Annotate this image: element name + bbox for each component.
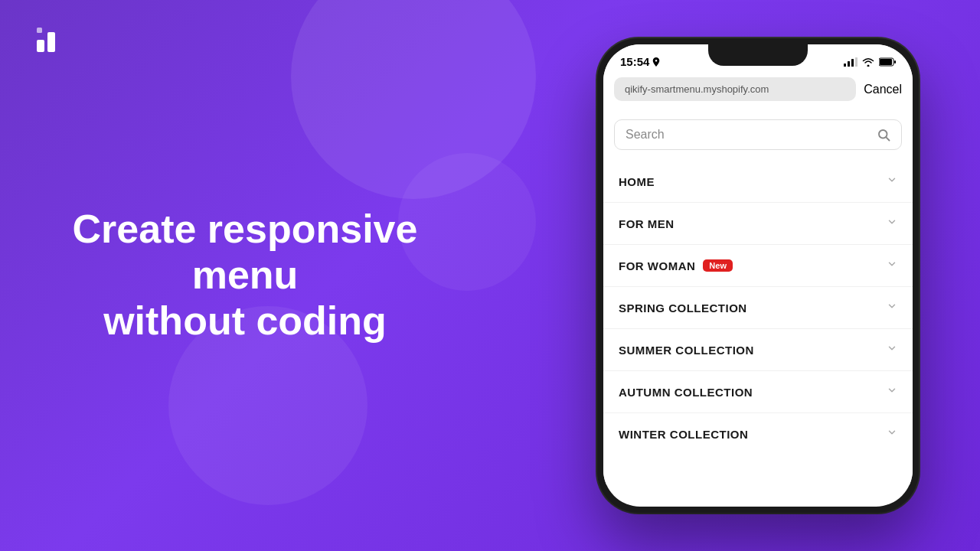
phone-mockup: 15:54 bbox=[597, 38, 919, 513]
svg-rect-0 bbox=[37, 40, 44, 52]
status-time: 15:54 bbox=[620, 55, 660, 68]
menu-item-left: WINTER COLLECTION bbox=[619, 428, 748, 441]
location-icon bbox=[652, 57, 660, 67]
url-bar[interactable]: qikify-smartmenu.myshopify.com bbox=[614, 77, 856, 101]
svg-rect-9 bbox=[894, 60, 896, 64]
menu-item-label: SPRING COLLECTION bbox=[619, 302, 747, 315]
phone-notch bbox=[708, 44, 808, 66]
svg-rect-2 bbox=[37, 28, 42, 33]
chevron-down-icon bbox=[887, 217, 897, 230]
menu-item-label: AUTUMN COLLECTION bbox=[619, 386, 753, 399]
wifi-icon bbox=[862, 57, 874, 67]
chevron-down-icon bbox=[887, 343, 897, 357]
search-bar[interactable]: Search bbox=[614, 119, 902, 150]
browser-bar: qikify-smartmenu.myshopify.com Cancel bbox=[603, 71, 913, 107]
new-badge: New bbox=[703, 259, 733, 272]
menu-item-label: WINTER COLLECTION bbox=[619, 428, 748, 441]
search-placeholder: Search bbox=[626, 128, 871, 142]
menu-item-left: AUTUMN COLLECTION bbox=[619, 386, 753, 399]
logo bbox=[34, 24, 64, 55]
menu-item-label: FOR WOMAN bbox=[619, 259, 695, 272]
menu-item[interactable]: SUMMER COLLECTION bbox=[603, 329, 913, 371]
phone-screen: 15:54 bbox=[603, 44, 913, 507]
svg-rect-5 bbox=[851, 59, 854, 67]
phone-frame: 15:54 bbox=[597, 38, 919, 513]
logo-icon bbox=[34, 24, 64, 55]
cancel-button[interactable]: Cancel bbox=[864, 83, 902, 96]
chevron-down-icon bbox=[887, 427, 897, 441]
menu-item[interactable]: SPRING COLLECTION bbox=[603, 287, 913, 329]
menu-item[interactable]: FOR MEN bbox=[603, 203, 913, 245]
svg-rect-6 bbox=[855, 57, 858, 67]
menu-item[interactable]: FOR WOMANNew bbox=[603, 245, 913, 287]
menu-item-left: FOR WOMANNew bbox=[619, 259, 733, 272]
menu-items-list: HOMEFOR MENFOR WOMANNewSPRING COLLECTION… bbox=[603, 161, 913, 455]
menu-item-left: FOR MEN bbox=[619, 217, 675, 230]
menu-item[interactable]: AUTUMN COLLECTION bbox=[603, 371, 913, 413]
svg-rect-3 bbox=[844, 64, 846, 67]
status-icons bbox=[844, 57, 896, 67]
menu-item-left: SPRING COLLECTION bbox=[619, 302, 747, 315]
svg-rect-1 bbox=[47, 32, 55, 52]
battery-icon bbox=[879, 57, 896, 67]
headline-text: Create responsive menu without coding bbox=[46, 207, 444, 344]
svg-rect-8 bbox=[880, 59, 892, 65]
chevron-down-icon bbox=[887, 301, 897, 315]
chevron-down-icon bbox=[887, 385, 897, 399]
menu-item[interactable]: WINTER COLLECTION bbox=[603, 413, 913, 455]
menu-item-label: FOR MEN bbox=[619, 217, 675, 230]
search-icon bbox=[877, 128, 890, 142]
menu-item-label: HOME bbox=[619, 175, 655, 188]
menu-item-left: HOME bbox=[619, 175, 655, 188]
menu-item-label: SUMMER COLLECTION bbox=[619, 344, 754, 357]
menu-item-left: SUMMER COLLECTION bbox=[619, 344, 754, 357]
signal-icon bbox=[844, 57, 858, 67]
svg-line-11 bbox=[886, 137, 889, 140]
headline-section: Create responsive menu without coding bbox=[46, 207, 444, 344]
chevron-down-icon bbox=[887, 174, 897, 188]
menu-item[interactable]: HOME bbox=[603, 161, 913, 203]
svg-rect-4 bbox=[848, 61, 850, 67]
menu-content: Search HOMEFOR MENFOR WOMANNewSPRING COL… bbox=[603, 107, 913, 485]
chevron-down-icon bbox=[887, 259, 897, 272]
